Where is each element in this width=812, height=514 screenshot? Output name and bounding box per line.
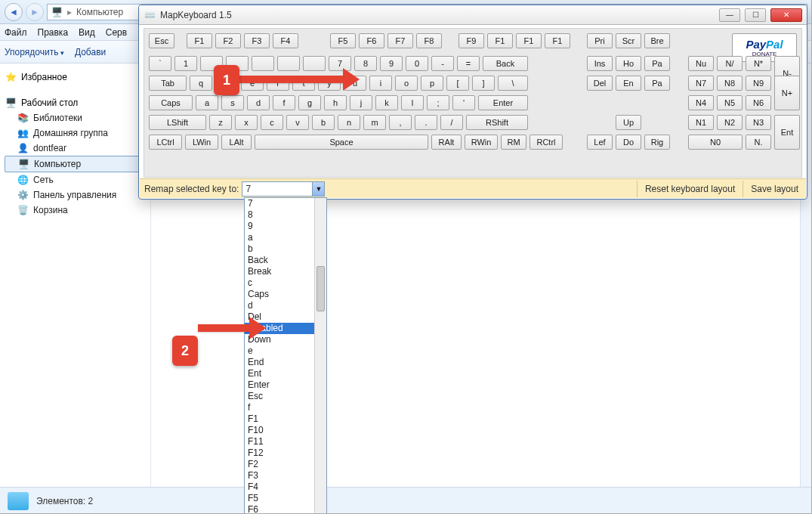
key-func-15[interactable]: Bre	[644, 33, 670, 48]
minimize-button[interactable]: —	[719, 8, 740, 22]
menu-view[interactable]: Вид	[79, 27, 95, 38]
key-as-10[interactable]: ;	[427, 95, 449, 110]
key-as-9[interactable]: l	[401, 95, 424, 110]
toolbar-organize[interactable]: Упорядочить	[5, 47, 64, 57]
key-n7[interactable]: N7	[688, 76, 714, 91]
key-num-4[interactable]	[252, 56, 274, 71]
key-func-7[interactable]: F7	[387, 33, 413, 48]
key-as-4[interactable]: f	[273, 95, 295, 110]
sidebar-desktop[interactable]: 🖥️ Рабочий стол	[5, 95, 146, 110]
key-rctrl[interactable]: RCtrl	[529, 135, 563, 150]
key-nmul[interactable]: N*	[746, 56, 771, 71]
key-qw-13[interactable]: \	[498, 76, 528, 91]
key-num-9[interactable]: 9	[380, 56, 403, 71]
key-n4[interactable]: N4	[688, 95, 714, 110]
key-zx-2[interactable]: x	[235, 115, 258, 130]
key-n5[interactable]: N5	[717, 95, 743, 110]
key-num-13[interactable]: Back	[483, 56, 528, 71]
key-as-2[interactable]: s	[221, 95, 244, 110]
key-ins[interactable]: Ins	[587, 56, 613, 71]
key-zx-1[interactable]: z	[209, 115, 232, 130]
key-func-2[interactable]: F2	[215, 33, 241, 48]
key-num-12[interactable]: =	[457, 56, 480, 71]
sidebar-favorites[interactable]: ⭐ Избранное	[5, 70, 146, 85]
key-zx-0[interactable]: LShift	[149, 115, 206, 130]
key-func-6[interactable]: F6	[359, 33, 384, 48]
key-func-11[interactable]: F1	[516, 33, 542, 48]
titlebar[interactable]: ⌨️ MapKeyboard 1.5 — ☐ ✕	[139, 5, 807, 25]
key-func-1[interactable]: F1	[187, 33, 212, 48]
key-n8[interactable]: N8	[717, 76, 743, 91]
key-ndiv[interactable]: N/	[717, 56, 743, 71]
sidebar-item-recycle[interactable]: 🗑️Корзина	[5, 203, 146, 218]
key-num-11[interactable]: -	[431, 56, 454, 71]
key-ralt[interactable]: RAlt	[431, 135, 462, 150]
reset-layout-button[interactable]: Reset keyboard layout	[637, 181, 743, 197]
key-zx-3[interactable]: c	[261, 115, 283, 130]
sidebar-item-network[interactable]: 🌐Сеть	[5, 172, 146, 187]
key-as-5[interactable]: g	[298, 95, 321, 110]
key-n3[interactable]: N3	[746, 115, 771, 130]
key-down[interactable]: Do	[616, 135, 641, 150]
key-left[interactable]: Lef	[587, 135, 613, 150]
close-button[interactable]: ✕	[770, 8, 802, 22]
sidebar-item-controlpanel[interactable]: ⚙️Панель управления	[5, 187, 146, 203]
key-num-1[interactable]: 1	[174, 56, 197, 71]
key-num-5[interactable]	[277, 56, 300, 71]
key-rm[interactable]: RM	[501, 135, 526, 150]
dropdown-scrollbar[interactable]	[314, 198, 326, 514]
key-qw-0[interactable]: Tab	[149, 76, 187, 91]
key-func-0[interactable]: Esc	[149, 33, 174, 48]
sidebar-item-lib[interactable]: 📚Библиотеки	[5, 110, 146, 125]
key-right[interactable]: Rig	[644, 135, 670, 150]
key-ndot[interactable]: N.	[746, 135, 771, 150]
key-end[interactable]: En	[616, 76, 641, 91]
key-as-6[interactable]: h	[324, 95, 347, 110]
key-as-1[interactable]: a	[196, 95, 218, 110]
menu-edit[interactable]: Правка	[38, 27, 69, 38]
menu-file[interactable]: Файл	[5, 27, 27, 38]
key-lwin[interactable]: LWin	[185, 135, 218, 150]
key-up[interactable]: Up	[616, 115, 641, 130]
save-layout-button[interactable]: Save layout	[743, 181, 806, 197]
key-func-5[interactable]: F5	[330, 33, 356, 48]
key-zx-5[interactable]: b	[312, 115, 335, 130]
key-n0[interactable]: N0	[688, 135, 743, 150]
maximize-button[interactable]: ☐	[745, 8, 766, 22]
toolbar-add[interactable]: Добави	[75, 47, 106, 57]
key-space[interactable]: Space	[255, 135, 428, 150]
key-func-8[interactable]: F8	[416, 33, 442, 48]
key-home[interactable]: Ho	[616, 56, 641, 71]
key-func-12[interactable]: F1	[545, 33, 570, 48]
key-nu[interactable]: Nu	[688, 56, 714, 71]
key-del[interactable]: Del	[587, 76, 613, 91]
key-nplus[interactable]: N+	[774, 76, 800, 110]
scrollbar-thumb[interactable]	[316, 266, 325, 311]
key-num-10[interactable]: 0	[406, 56, 428, 71]
key-pgup[interactable]: Pa	[644, 56, 670, 71]
key-qw-12[interactable]: ]	[472, 76, 495, 91]
key-func-4[interactable]: F4	[273, 33, 298, 48]
key-pgdn[interactable]: Pa	[644, 76, 670, 91]
remap-dropdown-list[interactable]: 789abBackBreakcCapsdDelDisabledDowneEndE…	[244, 197, 327, 514]
remap-combobox[interactable]: 7 ▼	[242, 181, 325, 197]
key-func-14[interactable]: Scr	[616, 33, 641, 48]
key-zx-9[interactable]: .	[415, 115, 437, 130]
key-as-11[interactable]: '	[452, 95, 475, 110]
key-n9[interactable]: N9	[746, 76, 771, 91]
key-func-3[interactable]: F3	[244, 33, 270, 48]
key-qw-1[interactable]: q	[190, 76, 212, 91]
sidebar-item-computer[interactable]: 🖥️Компьютер	[5, 156, 146, 172]
key-as-12[interactable]: Enter	[478, 95, 528, 110]
key-n1[interactable]: N1	[688, 115, 714, 130]
key-qw-9[interactable]: o	[395, 76, 418, 91]
key-zx-10[interactable]: /	[440, 115, 463, 130]
key-num-0[interactable]: `	[149, 56, 171, 71]
key-zx-7[interactable]: m	[363, 115, 386, 130]
key-as-8[interactable]: k	[375, 95, 398, 110]
key-qw-11[interactable]: [	[446, 76, 469, 91]
key-n2[interactable]: N2	[717, 115, 743, 130]
forward-button[interactable]: ►	[26, 3, 44, 21]
key-as-7[interactable]: j	[350, 95, 372, 110]
key-as-3[interactable]: d	[247, 95, 270, 110]
